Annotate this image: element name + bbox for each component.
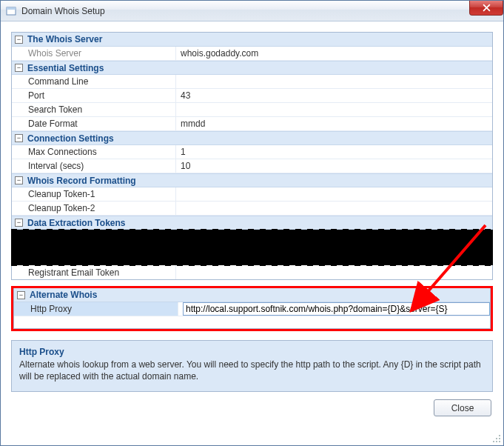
collapse-icon[interactable]: −	[15, 219, 23, 227]
label-port: Port	[12, 89, 176, 102]
group-header-formatting[interactable]: − Whois Record Formatting	[12, 173, 492, 187]
label-http-proxy: Http Proxy	[14, 302, 178, 316]
group-title: The Whois Server	[27, 34, 102, 44]
value-http-proxy[interactable]	[178, 302, 490, 316]
window-close-button[interactable]	[469, 1, 503, 16]
svg-point-3	[499, 441, 500, 442]
label-cleanup2: Cleanup Token-2	[12, 202, 176, 215]
description-text: Alternate whois lookup from a web server…	[19, 359, 485, 382]
row-registrant-email[interactable]: Registrant Email Token	[12, 265, 492, 279]
label-whois-server: Whois Server	[12, 47, 176, 60]
row-http-proxy[interactable]: Http Proxy	[14, 302, 490, 316]
value-date-format[interactable]: mmdd	[176, 117, 492, 130]
http-proxy-input[interactable]	[183, 302, 490, 316]
collapse-icon[interactable]: −	[15, 36, 23, 44]
group-title: Data Extraction Tokens	[27, 218, 125, 228]
property-grid: − The Whois Server Whois Server whois.go…	[11, 32, 493, 280]
value-command-line[interactable]	[176, 75, 492, 88]
titlebar[interactable]: Domain Whois Setup	[1, 1, 503, 21]
label-command-line: Command Line	[12, 75, 176, 88]
group-header-essential[interactable]: − Essential Settings	[12, 61, 492, 75]
value-whois-server[interactable]: whois.godaddy.com	[176, 47, 492, 60]
group-title: Alternate Whois	[30, 290, 97, 300]
svg-point-6	[493, 441, 494, 442]
group-header-whois-server[interactable]: − The Whois Server	[12, 33, 492, 47]
row-command-line[interactable]: Command Line	[12, 75, 492, 89]
row-whois-server[interactable]: Whois Server whois.godaddy.com	[12, 47, 492, 61]
dialog-window: Domain Whois Setup − The Whois Server Wh…	[0, 0, 504, 446]
row-date-format[interactable]: Date Format mmdd	[12, 117, 492, 131]
window-title: Domain Whois Setup	[21, 6, 105, 16]
label-date-format: Date Format	[12, 117, 176, 130]
group-header-extraction[interactable]: − Data Extraction Tokens	[12, 216, 492, 230]
row-cleanup2[interactable]: Cleanup Token-2	[12, 202, 492, 216]
svg-point-7	[496, 438, 497, 439]
group-title: Connection Settings	[27, 133, 114, 144]
value-max-connections[interactable]: 1	[176, 145, 492, 159]
dialog-button-row: Close	[11, 396, 493, 416]
collapse-icon[interactable]: −	[15, 64, 23, 72]
dialog-content: − The Whois Server Whois Server whois.go…	[1, 21, 503, 445]
svg-point-8	[499, 435, 500, 436]
torn-section-indicator	[11, 230, 493, 265]
row-interval[interactable]: Interval (secs) 10	[12, 159, 492, 173]
label-registrant-email: Registrant Email Token	[12, 265, 176, 279]
close-button[interactable]: Close	[434, 399, 491, 416]
collapse-icon[interactable]: −	[17, 291, 25, 299]
value-cleanup2[interactable]	[176, 202, 492, 215]
group-title: Essential Settings	[27, 63, 104, 73]
row-search-token[interactable]: Search Token	[12, 103, 492, 117]
value-interval[interactable]: 10	[176, 159, 492, 173]
value-port[interactable]: 43	[176, 89, 492, 102]
group-header-connection[interactable]: − Connection Settings	[12, 131, 492, 145]
row-empty	[14, 316, 490, 328]
label-interval: Interval (secs)	[12, 159, 176, 173]
row-max-connections[interactable]: Max Connections 1	[12, 145, 492, 159]
description-panel: Http Proxy Alternate whois lookup from a…	[11, 340, 493, 392]
label-search-token: Search Token	[12, 103, 176, 116]
resize-grip-icon[interactable]	[492, 434, 501, 443]
description-title: Http Proxy	[19, 347, 485, 357]
label-max-connections: Max Connections	[12, 145, 176, 159]
group-header-alternate[interactable]: − Alternate Whois	[14, 288, 490, 302]
label-cleanup1: Cleanup Token-1	[12, 187, 176, 201]
highlight-annotation: − Alternate Whois Http Proxy	[11, 286, 493, 331]
svg-point-4	[496, 441, 497, 442]
value-search-token[interactable]	[176, 103, 492, 116]
row-port[interactable]: Port 43	[12, 89, 492, 103]
svg-rect-1	[7, 7, 16, 10]
svg-point-5	[499, 438, 500, 439]
value-registrant-email[interactable]	[176, 265, 492, 279]
row-cleanup1[interactable]: Cleanup Token-1	[12, 187, 492, 202]
close-icon	[483, 4, 491, 12]
value-cleanup1[interactable]	[176, 187, 492, 201]
app-icon	[5, 5, 17, 17]
group-title: Whois Record Formatting	[27, 176, 136, 186]
collapse-icon[interactable]: −	[15, 176, 23, 184]
collapse-icon[interactable]: −	[15, 134, 23, 142]
property-grid-alternate: − Alternate Whois Http Proxy	[13, 288, 491, 329]
